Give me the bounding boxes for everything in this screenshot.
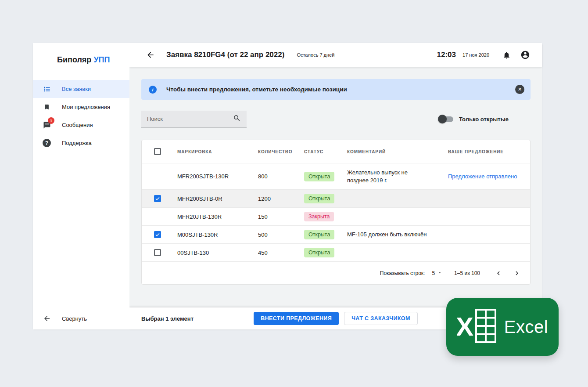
chevron-right-icon[interactable] xyxy=(513,269,521,278)
back-arrow-icon[interactable] xyxy=(146,50,155,60)
rows-per-page-label: Показывать строк: xyxy=(380,270,425,276)
status-badge: Открыта xyxy=(304,248,334,257)
main-area: Заявка 8210FG4 (от 22 апр 2022) Осталось… xyxy=(129,43,542,329)
content-area: i Чтобы внести предложения, отметьте нео… xyxy=(129,67,542,307)
sidebar-item-label: Все заявки xyxy=(62,86,91,92)
marking-cell: MFR200SJTB-130R xyxy=(177,173,258,180)
selection-count: Выбран 1 элемент xyxy=(141,315,194,322)
search-field xyxy=(141,111,247,127)
column-header: КОЛИЧЕСТВО xyxy=(258,149,304,154)
status-badge: Открыта xyxy=(304,194,334,203)
table-row[interactable]: MFR20JTB-130R 150 Закрыта xyxy=(142,207,530,225)
column-header: МАРКИРОВКА xyxy=(177,149,258,154)
controls-row: Только открытые xyxy=(141,111,531,127)
submit-offers-button[interactable]: ВНЕСТИ ПРЕДЛОЖЕНИЯ xyxy=(254,312,339,325)
excel-logo-icon: X xyxy=(457,307,497,346)
chat-icon: 1 xyxy=(43,121,51,129)
rows-per-page-value: 5 xyxy=(432,270,435,276)
open-only-toggle[interactable] xyxy=(438,115,453,123)
column-header: СТАТУС xyxy=(304,149,347,154)
sidebar-item-label: Мои предложения xyxy=(62,104,110,110)
positions-table: МАРКИРОВКА КОЛИЧЕСТВО СТАТУС КОММЕНТАРИЙ… xyxy=(141,140,531,285)
header: Заявка 8210FG4 (от 22 апр 2022) Осталось… xyxy=(129,43,542,67)
marking-cell: M00SJTB-130R xyxy=(177,231,258,238)
marking-cell: MFR200SJTB-0R xyxy=(177,195,258,202)
bookmark-icon xyxy=(43,103,51,111)
comment-cell: MF-105 должен быть включён xyxy=(347,231,448,239)
open-only-filter: Только открытые xyxy=(438,115,509,123)
row-checkbox[interactable] xyxy=(154,195,161,202)
rows-per-page-select[interactable]: 5 xyxy=(432,270,442,276)
pagination-bar: Показывать строк: 5 1–5 из 100 xyxy=(142,261,530,284)
quantity-cell: 1200 xyxy=(258,195,304,202)
collapse-arrow-icon xyxy=(43,315,51,323)
table-row[interactable]: M00SJTB-130R 500 Открыта MF-105 должен б… xyxy=(142,225,530,243)
select-all-checkbox[interactable] xyxy=(154,148,161,155)
column-header: КОММЕНТАРИЙ xyxy=(347,149,448,154)
excel-wordmark: Excel xyxy=(504,317,548,337)
bell-icon[interactable] xyxy=(502,51,511,59)
sidebar-item-support[interactable]: ? Поддержка xyxy=(33,134,129,152)
quantity-cell: 500 xyxy=(258,231,304,238)
clock-date: 17 ноя 2020 xyxy=(463,52,489,58)
logo-part-1: Биполяр xyxy=(57,55,91,64)
deadline-text: Осталось 7 дней xyxy=(297,52,334,58)
status-badge: Открыта xyxy=(304,172,334,181)
pagination-range: 1–5 из 100 xyxy=(454,270,480,276)
row-checkbox[interactable] xyxy=(154,249,161,256)
toggle-label: Только открытые xyxy=(459,116,509,123)
close-icon[interactable]: ✕ xyxy=(515,85,524,94)
sidebar-menu: Все заявки Мои предложения 1 Сообщения ? xyxy=(33,80,129,152)
sidebar: Биполяр УПП Все заявки Мои предложения 1 xyxy=(33,43,129,329)
table-row[interactable]: MFR200SJTB-0R 1200 Открыта xyxy=(142,189,530,207)
table-header-row: МАРКИРОВКА КОЛИЧЕСТВО СТАТУС КОММЕНТАРИЙ… xyxy=(142,140,530,163)
offer-sent-link[interactable]: Предложение отправлено xyxy=(448,173,517,180)
search-icon xyxy=(233,114,241,124)
row-checkbox[interactable] xyxy=(154,231,161,238)
column-header: ВАШЕ ПРЕДЛОЖЕНИЕ xyxy=(448,149,530,154)
page-title: Заявка 8210FG4 (от 22 апр 2022) xyxy=(166,51,284,59)
dropdown-caret-icon xyxy=(437,270,442,276)
sidebar-item-label: Сообщения xyxy=(62,122,93,128)
table-row[interactable]: 00SJTB-130 450 Открыта xyxy=(142,243,530,261)
clock-time: 12:03 xyxy=(437,51,456,59)
app-window: Биполяр УПП Все заявки Мои предложения 1 xyxy=(33,43,542,329)
sidebar-item-my-offers[interactable]: Мои предложения xyxy=(33,98,129,116)
sidebar-item-messages[interactable]: 1 Сообщения xyxy=(33,116,129,134)
avatar-icon[interactable] xyxy=(520,50,530,60)
excel-watermark: X Excel xyxy=(446,298,559,356)
status-badge: Закрыта xyxy=(304,212,334,221)
search-input[interactable] xyxy=(147,116,233,122)
list-icon xyxy=(43,85,51,93)
sidebar-item-all-requests[interactable]: Все заявки xyxy=(33,80,129,98)
unread-badge: 1 xyxy=(48,117,54,124)
help-icon: ? xyxy=(43,139,51,147)
sidebar-item-label: Поддержка xyxy=(62,140,92,146)
logo-part-2: УПП xyxy=(93,55,110,64)
info-icon: i xyxy=(149,86,157,94)
marking-cell: MFR20JTB-130R xyxy=(177,213,258,220)
banner-text: Чтобы внести предложения, отметьте необх… xyxy=(166,86,347,93)
quantity-cell: 800 xyxy=(258,173,304,180)
svg-text:X: X xyxy=(457,312,473,341)
marking-cell: 00SJTB-130 xyxy=(177,250,258,256)
app-logo: Биполяр УПП xyxy=(33,43,129,80)
quantity-cell: 450 xyxy=(258,250,304,256)
collapse-label: Свернуть xyxy=(62,315,87,322)
sidebar-collapse-button[interactable]: Свернуть xyxy=(33,307,129,329)
comment-cell: Желательно выпуск не позднее 2019 г. xyxy=(347,169,448,184)
status-badge: Открыта xyxy=(304,230,334,239)
table-row[interactable]: MFR200SJTB-130R 800 Открыта Желательно в… xyxy=(142,163,530,189)
info-banner: i Чтобы внести предложения, отметьте нео… xyxy=(141,79,531,100)
quantity-cell: 150 xyxy=(258,213,304,220)
chevron-left-icon[interactable] xyxy=(494,269,503,278)
chat-with-customer-button[interactable]: ЧАТ С ЗАКАЗЧИКОМ xyxy=(344,312,418,325)
